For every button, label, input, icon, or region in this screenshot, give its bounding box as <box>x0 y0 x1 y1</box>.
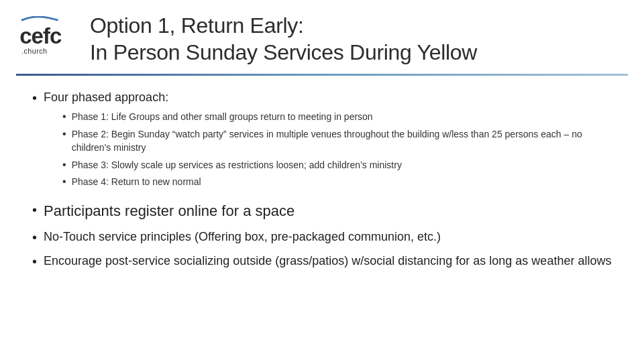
sub-bullet-1-3: • Phase 3: Slowly scale up services as r… <box>62 158 612 172</box>
sub-bullet-group-1: • Phase 1: Life Groups and other small g… <box>62 110 612 189</box>
bullet-four-phased: • Four phased approach: • Phase 1: Life … <box>32 89 612 194</box>
logo: cefc .church <box>16 15 76 62</box>
title-line1: Option 1, Return Early: <box>90 13 304 38</box>
sub-bullet-text-1-2: Phase 2: Begin Sunday “watch party” serv… <box>72 127 612 155</box>
sub-bullet-dot-1-1: • <box>62 110 66 124</box>
bullet-text-3: No-Touch service principles (Offering bo… <box>44 229 441 245</box>
sub-bullet-dot-1-3: • <box>62 158 66 172</box>
content-area: • Four phased approach: • Phase 1: Life … <box>0 76 644 362</box>
bullet-dot-4: • <box>32 253 37 270</box>
sub-bullet-1-1: • Phase 1: Life Groups and other small g… <box>62 110 612 124</box>
bullet-dot-1: • <box>32 89 37 107</box>
bullet-participants: • Participants register online for a spa… <box>32 201 612 222</box>
slide-title: Option 1, Return Early: In Person Sunday… <box>90 12 620 66</box>
slide: cefc .church Option 1, Return Early: In … <box>0 0 644 362</box>
sub-bullet-dot-1-4: • <box>62 175 66 189</box>
sub-bullet-dot-1-2: • <box>62 127 66 141</box>
bullet-text-2: Participants register online for a space <box>44 201 294 222</box>
sub-bullet-1-2: • Phase 2: Begin Sunday “watch party” se… <box>62 127 612 155</box>
bullet-dot-2: • <box>32 201 37 219</box>
bullet-no-touch: • No-Touch service principles (Offering … <box>32 229 612 246</box>
sub-bullet-text-1-1: Phase 1: Life Groups and other small gro… <box>72 110 373 123</box>
bullet-dot-3: • <box>32 229 37 246</box>
svg-text:.church: .church <box>21 47 47 55</box>
title-line2: In Person Sunday Services During Yellow <box>90 40 477 64</box>
header: cefc .church Option 1, Return Early: In … <box>0 0 644 74</box>
bullet-text-4: Encourage post-service socializing outsi… <box>44 253 611 269</box>
sub-bullet-text-1-4: Phase 4: Return to new normal <box>72 175 201 188</box>
sub-bullet-text-1-3: Phase 3: Slowly scale up services as res… <box>72 158 402 172</box>
sub-bullet-1-4: • Phase 4: Return to new normal <box>62 175 612 189</box>
svg-text:cefc: cefc <box>19 23 62 48</box>
title-block: Option 1, Return Early: In Person Sunday… <box>90 12 620 66</box>
bullet-text-1: Four phased approach: <box>44 90 168 104</box>
bullet-encourage: • Encourage post-service socializing out… <box>32 253 612 270</box>
